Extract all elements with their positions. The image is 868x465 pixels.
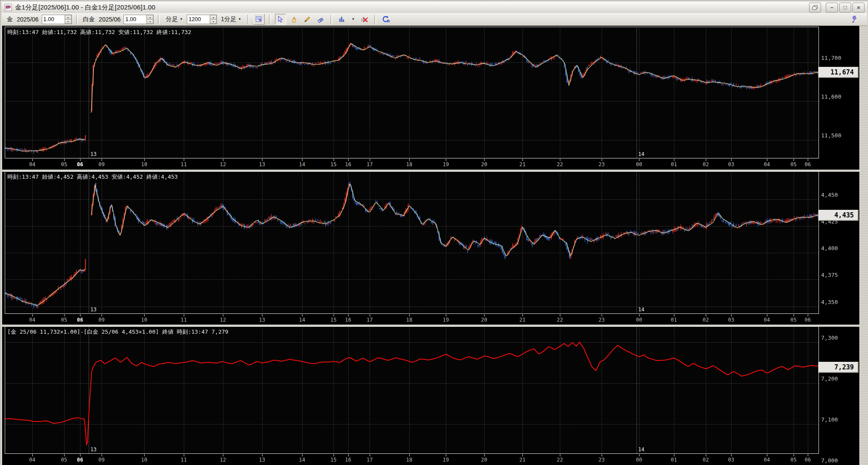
y-axis-price-label: 11,700: [821, 55, 841, 61]
x-axis-time-label: 09: [99, 317, 105, 323]
bar-count-up-button[interactable]: ▲: [210, 15, 216, 19]
svg-text:R: R: [387, 19, 390, 23]
platinum-multiplier-input[interactable]: [124, 15, 146, 24]
x-axis-tick-mark: [184, 454, 184, 456]
toolbar-separator: [331, 15, 332, 24]
x-axis-tick-mark: [674, 454, 674, 456]
x-axis-time-label: 02: [703, 161, 709, 167]
x-axis-tick-mark: [674, 159, 674, 161]
x-axis-time-label: 18: [406, 457, 412, 463]
y-axis-price-label: 7,300: [821, 335, 838, 341]
x-axis-time-label: 23: [599, 457, 605, 463]
bar-count-input[interactable]: [187, 15, 210, 24]
bar-type-dropdown[interactable]: 分足 ▼: [164, 15, 185, 24]
x-axis-tick-mark: [144, 454, 145, 456]
x-axis-tick-mark: [64, 159, 65, 161]
x-axis-time-label: 09: [99, 161, 105, 167]
platinum-multiplier-up-button[interactable]: ▲: [147, 15, 153, 19]
x-axis-time-label: 01: [671, 457, 677, 463]
date-marker-label: 13: [90, 446, 96, 453]
x-axis-time-label: 10: [141, 161, 147, 167]
x-axis-tick-mark: [446, 314, 446, 316]
x-axis-time-label: 21: [519, 317, 525, 323]
spread-x-axis: 0405060910111213141516171819202122230001…: [2, 454, 859, 465]
indicator-chart-button[interactable]: [337, 14, 348, 25]
gold-x-axis: 0405060910111213141516171819202122230001…: [2, 158, 859, 170]
cursor-arrow-icon: [277, 16, 284, 23]
x-axis-time-label: 04: [764, 317, 770, 323]
platinum-multiplier-spinner: ▲ ▼: [124, 15, 154, 24]
timeframe-dropdown[interactable]: 1分足 ▼: [219, 15, 243, 24]
pencil-icon: [303, 16, 311, 23]
x-axis-tick-mark: [808, 314, 808, 316]
title-bar[interactable]: 金1分足[2025/06]1.00 - 白金1分足[2025/06]1.00 −…: [2, 2, 867, 13]
y-axis-price-label: 4,400: [821, 245, 838, 251]
x-axis-tick-mark: [794, 159, 794, 161]
platinum-chart-header: 時刻:13:47 始値:4,452 高値:4,453 安値:4,452 終値:4…: [7, 173, 178, 181]
x-axis-tick-mark: [522, 159, 523, 161]
bar-count-down-button[interactable]: ▼: [210, 19, 216, 24]
x-axis-tick-mark: [334, 314, 334, 316]
x-axis-time-label: 13: [259, 317, 265, 323]
indicator-dropdown[interactable]: ▼: [350, 16, 357, 22]
eraser-tool-button[interactable]: [315, 14, 326, 25]
x-axis-time-label: 06: [77, 457, 83, 463]
y-axis-price-label: 11,600: [821, 93, 841, 100]
x-axis-time-label: 05: [61, 317, 67, 323]
x-axis-time-label: 19: [443, 161, 449, 167]
x-axis-tick-mark: [334, 454, 334, 456]
date-marker-label: 14: [638, 446, 644, 453]
x-axis-tick-mark: [808, 159, 808, 161]
x-axis-tick-mark: [522, 454, 523, 456]
x-axis-tick-mark: [223, 159, 223, 161]
refresh-button[interactable]: R: [380, 14, 392, 25]
x-axis-time-label: 17: [367, 317, 373, 323]
x-axis-tick-mark: [102, 159, 102, 161]
x-axis-tick-mark: [32, 159, 33, 161]
platinum-multiplier-down-button[interactable]: ▼: [147, 19, 153, 24]
cascade-windows-button[interactable]: [809, 3, 821, 12]
x-axis-tick-mark: [370, 314, 370, 316]
gold-multiplier-up-button[interactable]: ▲: [65, 15, 71, 19]
x-axis-tick-mark: [602, 159, 602, 161]
x-axis-tick-mark: [560, 454, 560, 456]
y-axis-price-label: 7,200: [821, 375, 838, 382]
close-button[interactable]: ×: [853, 3, 865, 12]
x-axis-time-label: 21: [519, 161, 525, 167]
chart-settings-button[interactable]: [253, 14, 265, 25]
toolbar: 金 2025/06 ▲ ▼ 白金 2025/06 ▲ ▼ 分足 ▼ ▲: [2, 13, 867, 26]
remove-indicator-button[interactable]: [359, 14, 370, 25]
cursor-tool-button[interactable]: [275, 14, 286, 25]
x-axis-time-label: 10: [141, 457, 147, 463]
x-axis-tick-mark: [522, 314, 523, 316]
spread-chart-canvas[interactable]: [5, 326, 819, 454]
x-axis-time-label: 16: [345, 317, 351, 323]
x-axis-tick-mark: [674, 314, 674, 316]
x-axis-tick-mark: [302, 314, 303, 316]
minimize-button[interactable]: −: [826, 3, 838, 12]
maximize-button[interactable]: □: [839, 3, 851, 12]
settings-wrench-button[interactable]: [849, 14, 860, 25]
x-axis-tick-mark: [348, 314, 349, 316]
date-marker-label: 14: [638, 307, 644, 313]
x-axis-time-label: 03: [728, 317, 734, 323]
x-axis-time-label: 05: [61, 457, 67, 463]
chart-settings-icon: [255, 16, 263, 23]
x-axis-time-label: 05: [61, 161, 67, 167]
x-axis-tick-mark: [794, 454, 794, 456]
x-axis-tick-mark: [64, 454, 65, 456]
gold-multiplier-down-button[interactable]: ▼: [65, 19, 71, 24]
hand-icon: [290, 16, 298, 23]
pan-hand-tool-button[interactable]: [288, 14, 300, 25]
gold-multiplier-input[interactable]: [42, 15, 65, 24]
bar-chart-icon: [338, 16, 346, 23]
x-axis-tick-mark: [80, 159, 80, 161]
app-candlestick-icon: [4, 3, 12, 11]
x-axis-time-label: 05: [791, 317, 797, 323]
gold-y-axis: 11,70011,60011,500: [820, 27, 859, 170]
draw-line-tool-button[interactable]: [302, 14, 313, 25]
chevron-down-icon: ▼: [238, 17, 241, 21]
gold-symbol-label: 金: [7, 16, 13, 23]
platinum-chart-canvas[interactable]: [5, 171, 819, 314]
gold-chart-canvas[interactable]: [5, 27, 819, 158]
